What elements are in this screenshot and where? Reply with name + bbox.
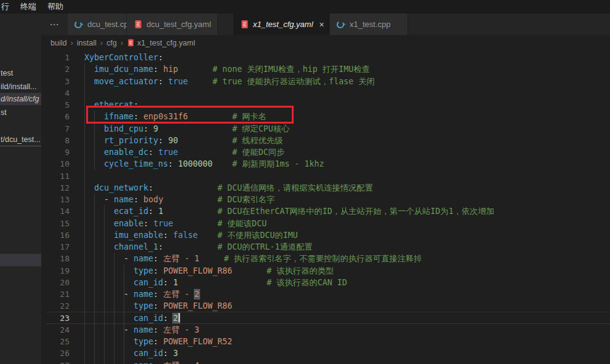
- code-token: [158, 337, 163, 346]
- line-number[interactable]: 7: [41, 123, 70, 135]
- line-number[interactable]: 6: [41, 111, 70, 122]
- line-number[interactable]: 24: [41, 324, 70, 336]
- code-token: type: [134, 266, 153, 275]
- code-line[interactable]: move_actuator: true # true 使能执行器运动测试，fla…: [84, 76, 375, 87]
- code-token: [84, 361, 124, 364]
- code-token: bind_cpu: [104, 124, 143, 133]
- line-number[interactable]: 23: [41, 312, 70, 324]
- line-number[interactable]: 12: [41, 182, 70, 194]
- code-line[interactable]: rt_priority: 90 # 线程优先级: [84, 135, 283, 146]
- line-number[interactable]: 3: [41, 76, 70, 87]
- code-token: :: [158, 242, 163, 251]
- code-line[interactable]: dcu_network: # DCU通信网络，请根据实机连接情况配置: [84, 182, 373, 194]
- code-token: [84, 231, 114, 240]
- line-number[interactable]: 8: [41, 135, 70, 146]
- line-number[interactable]: 19: [41, 265, 70, 277]
- line-number[interactable]: 15: [41, 218, 70, 229]
- code-token: rt_priority: [104, 136, 158, 145]
- line-number[interactable]: 17: [41, 241, 70, 253]
- code-line[interactable]: - name: 左臂 - 1 # 执行器索引名字，不需要控制的执行器可直接注释掉: [84, 253, 422, 264]
- code-token: :: [163, 278, 168, 287]
- code-token: [178, 136, 232, 145]
- panel-item[interactable]: st: [0, 106, 42, 119]
- code-line[interactable]: enable_dc: true # 使能DC同步: [84, 146, 284, 158]
- code-token: -: [124, 325, 134, 334]
- line-number[interactable]: 22: [41, 300, 70, 312]
- code-token: [158, 290, 163, 299]
- line-number[interactable]: 27: [41, 360, 70, 364]
- menu-item-terminal[interactable]: 终端: [15, 1, 42, 12]
- tab-x1_test-cpp[interactable]: x1_test.cpp: [330, 14, 408, 35]
- code-line[interactable]: cycle_time_ns: 1000000 # 刷新周期1ms - 1khz: [84, 158, 324, 170]
- code-line[interactable]: enable: true # 使能该DCU: [84, 218, 267, 229]
- tab-x1_test_cfg-yaml-active[interactable]: x1_test_cfg.yaml ×: [233, 14, 330, 35]
- line-number[interactable]: 9: [41, 146, 70, 158]
- code-line[interactable]: type: POWER_FLOW_R86 # 该执行器的类型: [84, 265, 334, 277]
- menu-item-help[interactable]: 帮助: [42, 1, 69, 12]
- code-line[interactable]: channel_1: # DCU的CTRL-1通道配置: [84, 241, 313, 253]
- menu-bar: 行 终端 帮助: [0, 0, 610, 14]
- code-token: 左臂 - 1: [163, 254, 199, 263]
- code-token: [158, 65, 163, 74]
- code-line[interactable]: bind_cpu: 9 # 绑定CPU核心: [84, 123, 289, 135]
- code-token: -: [124, 254, 134, 263]
- line-number[interactable]: 25: [41, 336, 70, 347]
- line-number[interactable]: 26: [41, 347, 70, 359]
- line-number[interactable]: 16: [41, 229, 70, 241]
- breadcrumb-item-install[interactable]: install: [77, 39, 97, 47]
- code-line[interactable]: XyberController:: [84, 52, 163, 63]
- line-number[interactable]: 18: [41, 253, 70, 264]
- close-icon[interactable]: ×: [319, 20, 324, 30]
- code-token: # 执行器索引名字，不需要控制的执行器可直接注释掉: [224, 254, 422, 263]
- breadcrumb-item-cfg[interactable]: cfg: [106, 39, 117, 47]
- panel-item-active[interactable]: d/install/cfg: [0, 93, 42, 105]
- line-number[interactable]: 13: [41, 194, 70, 205]
- code-line[interactable]: can_id: 1 # 该执行器的CAN ID: [84, 277, 347, 288]
- line-number[interactable]: 21: [41, 288, 70, 300]
- code-line[interactable]: type: POWER_FLOW_R86: [84, 300, 232, 312]
- code-token: [158, 325, 163, 334]
- tab-dcu_test-cpp[interactable]: dcu_test.cpp: [68, 14, 127, 35]
- code-line[interactable]: type: POWER_FLOW_R52: [84, 336, 232, 347]
- code-line[interactable]: can_id: 3: [84, 347, 178, 359]
- code-line[interactable]: - name: 左臂 - 4: [84, 360, 199, 364]
- code-token: [84, 278, 134, 287]
- line-number[interactable]: 1: [41, 52, 70, 63]
- code-token: # 刷新周期1ms - 1khz: [232, 159, 324, 168]
- line-number[interactable]: 4: [41, 87, 70, 99]
- code-token: -: [124, 290, 134, 299]
- code-line[interactable]: imu_dcu_name: hip # none 关闭IMU检查，hip 打开I…: [84, 63, 370, 75]
- more-actions-button[interactable]: ⋯: [41, 14, 68, 35]
- panel-item[interactable]: test: [0, 67, 42, 79]
- chevron-right-icon: ›: [100, 38, 103, 47]
- code-token: [84, 266, 134, 275]
- code-token: POWER_FLOW_R52: [163, 337, 232, 346]
- code-line[interactable]: ecat_id: 1 # DCU在EtherCAT网络中的ID，从主站开始，第一…: [84, 205, 494, 217]
- code-line[interactable]: imu_enable: false # 不使用该DCU的IMU: [84, 229, 298, 241]
- breadcrumb-item-build[interactable]: build: [50, 39, 66, 47]
- code-token: [148, 124, 153, 133]
- code-editor[interactable]: 1XyberController:2 imu_dcu_name: hip # n…: [41, 50, 610, 364]
- code-token: [84, 314, 134, 323]
- line-number[interactable]: 10: [41, 158, 70, 170]
- breadcrumb-item-file[interactable]: x1_test_cfg.yaml: [127, 39, 195, 47]
- tab-dcu_test_cfg-yaml[interactable]: dcu_test_cfg.yaml: [127, 14, 218, 35]
- line-number[interactable]: 20: [41, 277, 70, 288]
- line-number[interactable]: 5: [41, 99, 70, 111]
- code-token: 90: [168, 136, 178, 145]
- panel-item[interactable]: t/dcu_test...: [0, 133, 42, 146]
- code-line[interactable]: can_id: 2: [84, 312, 180, 324]
- line-number[interactable]: 11: [41, 170, 70, 182]
- code-line[interactable]: - name: body # DCU索引名字: [84, 194, 275, 205]
- code-token: [84, 148, 104, 157]
- code-token: move_actuator: [94, 77, 158, 86]
- code-line[interactable]: - name: 左臂 - 2: [84, 288, 199, 300]
- yaml-file-icon: [127, 39, 135, 47]
- code-token: [84, 207, 114, 216]
- code-token: -: [104, 195, 114, 204]
- code-line[interactable]: - name: 左臂 - 3: [84, 324, 199, 336]
- panel-item[interactable]: ild/install...: [0, 81, 42, 93]
- line-number[interactable]: 2: [41, 63, 70, 75]
- line-number[interactable]: 14: [41, 205, 70, 217]
- menu-item-run[interactable]: 行: [0, 1, 15, 12]
